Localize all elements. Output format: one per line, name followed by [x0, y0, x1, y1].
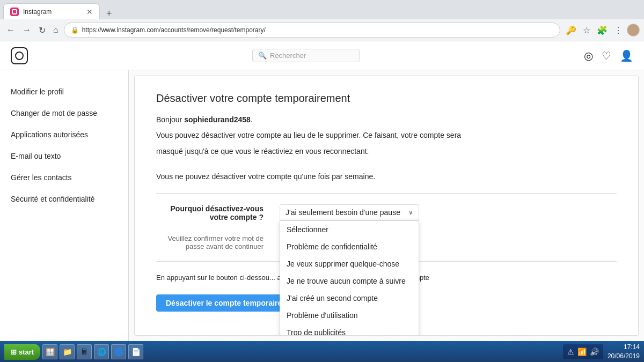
- ig-main: Désactiver votre compte temporairement B…: [134, 76, 639, 336]
- option-second-compte[interactable]: J'ai créé un second compte: [280, 290, 419, 307]
- sidebar-item-securite[interactable]: Sécurité et confidentialité: [0, 188, 128, 210]
- sidebar-item-email[interactable]: E-mail ou texto: [0, 145, 128, 167]
- taskbar-app-other[interactable]: 🌀: [111, 344, 126, 359]
- lock-icon: 🔒: [71, 26, 79, 34]
- clock-date: 20/06/2019: [608, 352, 640, 361]
- profile-icon[interactable]: 👤: [620, 49, 633, 62]
- heart-icon[interactable]: ♡: [602, 49, 611, 62]
- sidebar-item-mot-de-passe[interactable]: Changer de mot de passe: [0, 102, 128, 124]
- sidebar-item-modifier-profil[interactable]: Modifier le profil: [0, 81, 128, 102]
- greeting-text: Bonjour sophiedurand2458.: [156, 115, 617, 124]
- dropdown-menu: Sélectionner Problème de confidentialité…: [280, 220, 419, 336]
- star-icon[interactable]: ☆: [581, 24, 592, 36]
- forward-button[interactable]: →: [20, 23, 33, 37]
- greeting-prefix: Bonjour: [156, 115, 184, 124]
- tray-network-icon: 📶: [577, 348, 587, 356]
- taskbar-app-folder[interactable]: 📁: [60, 344, 75, 359]
- greeting-suffix: .: [251, 115, 253, 124]
- address-bar: ← → ↻ ⌂ 🔒 https://www.instagram.com/acco…: [0, 19, 644, 41]
- sidebar-item-applications[interactable]: Applications autorisées: [0, 124, 128, 145]
- tab-favicon: [10, 8, 19, 16]
- tray-warning-icon: ⚠: [567, 348, 574, 356]
- tab-title: Instagram: [23, 8, 82, 16]
- instagram-page: 🔍 Rechercher ◎ ♡ 👤 Modifier le profil Ch…: [0, 41, 644, 341]
- form-controls: J'ai seulement besoin d'une pause ∨ Séle…: [280, 204, 419, 220]
- option-aucun-compte[interactable]: Je ne trouve aucun compte à suivre: [280, 272, 419, 290]
- taskbar-left: ⊞ start 🪟 📁 🖩 🌐 🌀 📄: [4, 344, 143, 360]
- chevron-down-icon: ∨: [408, 209, 413, 216]
- reason-dropdown[interactable]: J'ai seulement besoin d'une pause ∨: [280, 204, 419, 220]
- clock-time: 17:14: [608, 343, 640, 352]
- tray-volume-icon: 🔊: [590, 348, 599, 356]
- menu-icon[interactable]: ⋮: [612, 24, 625, 36]
- ig-header: 🔍 Rechercher ◎ ♡ 👤: [0, 41, 644, 70]
- windows-logo-icon: ⊞: [11, 348, 17, 356]
- back-button[interactable]: ←: [4, 23, 17, 37]
- url-text: https://www.instagram.com/accounts/remov…: [82, 26, 266, 34]
- option-supprimer[interactable]: Je veux supprimer quelque-chose: [280, 255, 419, 272]
- divider-1: [156, 193, 617, 194]
- dropdown-selected-text: J'ai seulement besoin d'une pause: [286, 208, 400, 217]
- option-confidentialite[interactable]: Problème de confidentialité: [280, 238, 419, 255]
- ig-nav-icons: ◎ ♡ 👤: [584, 49, 633, 62]
- search-input[interactable]: 🔍 Rechercher: [252, 49, 360, 62]
- ig-sidebar: Modifier le profil Changer de mot de pas…: [0, 70, 129, 341]
- taskbar-app-calculator[interactable]: 🖩: [77, 344, 92, 359]
- refresh-button[interactable]: ↻: [36, 23, 48, 38]
- option-selectionner[interactable]: Sélectionner: [280, 221, 419, 238]
- toolbar-icons: 🔑 ☆ 🧩 ⋮: [564, 24, 640, 36]
- description-line1: Vous pouvez désactiver votre compte au l…: [156, 129, 617, 141]
- sidebar-item-contacts[interactable]: Gérer les contacts: [0, 167, 128, 188]
- active-tab[interactable]: Instagram ✕: [3, 3, 100, 19]
- new-tab-button[interactable]: +: [102, 8, 116, 19]
- home-button[interactable]: ⌂: [51, 23, 61, 37]
- tab-bar: Instagram ✕ +: [0, 0, 644, 19]
- question-label: Pourquoi désactivez-vous votre compte ?: [156, 204, 264, 221]
- compass-icon[interactable]: ◎: [584, 49, 593, 62]
- taskbar-app-chrome[interactable]: 🌐: [94, 344, 109, 359]
- start-label: start: [19, 348, 34, 356]
- taskbar-right: ⚠ 📶 🔊 17:14 20/06/2019: [563, 343, 640, 361]
- search-placeholder-text: Rechercher: [270, 51, 306, 60]
- password-label: Veuillez confirmer votre mot de passe av…: [156, 234, 264, 250]
- taskbar-clock: 17:14 20/06/2019: [608, 343, 640, 361]
- option-publicites[interactable]: Trop de publicités: [280, 324, 419, 336]
- taskbar-app-windows[interactable]: 🪟: [42, 344, 57, 359]
- search-icon: 🔍: [258, 51, 267, 60]
- taskbar-tray: ⚠ 📶 🔊: [563, 344, 603, 359]
- form-labels: Pourquoi désactivez-vous votre compte ? …: [156, 204, 264, 250]
- instagram-favicon-icon: [12, 9, 17, 14]
- ig-content: Modifier le profil Changer de mot de pas…: [0, 70, 644, 341]
- description-line2: masqué jusqu'à ce que vous le réactiviez…: [156, 145, 617, 157]
- taskbar-app-word[interactable]: 📄: [128, 344, 143, 359]
- url-bar[interactable]: 🔒 https://www.instagram.com/accounts/rem…: [64, 23, 560, 38]
- instagram-logo[interactable]: [11, 47, 28, 64]
- page-title: Désactiver votre compte temporairement: [156, 92, 617, 105]
- username: sophiedurand2458: [184, 115, 251, 124]
- browser-profile-avatar[interactable]: [627, 24, 640, 36]
- description-line3: Vous ne pouvez désactiver votre compte q…: [156, 171, 617, 182]
- tab-close-button[interactable]: ✕: [86, 8, 93, 16]
- key-icon[interactable]: 🔑: [564, 24, 579, 36]
- option-utilisation[interactable]: Problème d'utilisation: [280, 307, 419, 324]
- extension-icon[interactable]: 🧩: [595, 24, 610, 36]
- start-button[interactable]: ⊞ start: [4, 344, 40, 360]
- form-section: Pourquoi désactivez-vous votre compte ? …: [156, 204, 617, 250]
- taskbar-apps: 🪟 📁 🖩 🌐 🌀 📄: [42, 344, 143, 359]
- reason-dropdown-wrapper: J'ai seulement besoin d'une pause ∨ Séle…: [280, 204, 419, 220]
- instagram-logo-icon: [15, 51, 24, 60]
- taskbar: ⊞ start 🪟 📁 🖩 🌐 🌀 📄 ⚠ 📶 🔊 17:14 20/06/20…: [0, 341, 644, 362]
